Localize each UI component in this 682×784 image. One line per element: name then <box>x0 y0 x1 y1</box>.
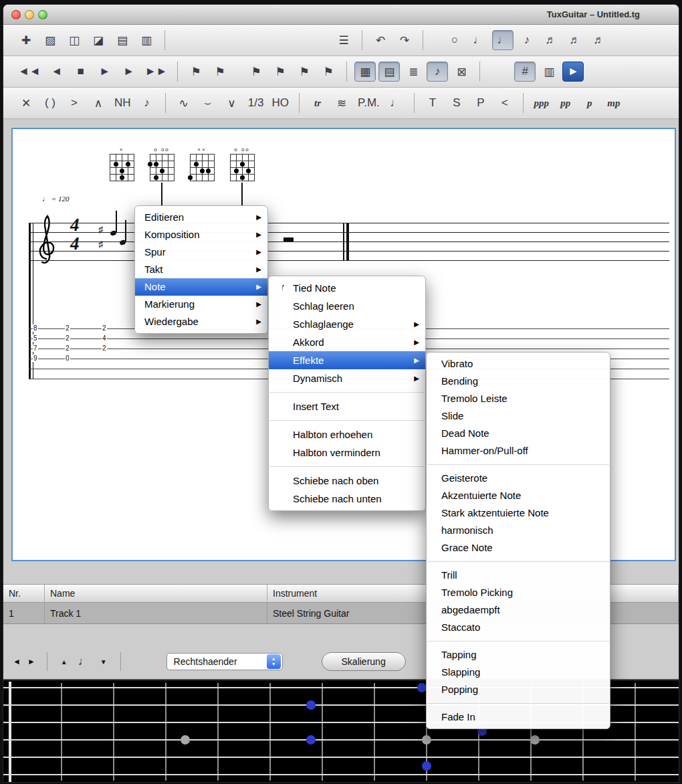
menu-item-bending[interactable]: Bending <box>427 373 610 390</box>
menu-item-abgedaempft[interactable]: abgedaempft <box>427 601 610 619</box>
duration-whole-button[interactable]: ○ <box>444 30 465 50</box>
menu-item-spur[interactable]: Spur▶ <box>135 243 267 261</box>
ghost-note-button[interactable]: ( ) <box>39 93 61 113</box>
menu-item-tremolo-leiste[interactable]: Tremolo Leiste <box>427 390 610 407</box>
menu-item-schlag-leeren[interactable]: Schlag leeren <box>269 297 425 315</box>
note-dot[interactable] <box>306 735 316 745</box>
close-button[interactable] <box>11 10 21 19</box>
guitar-string[interactable] <box>3 774 679 775</box>
dynamic-mp-button[interactable]: mp <box>603 93 624 113</box>
menu-item-halbton-vermindern[interactable]: Halbton vermindern <box>269 444 425 462</box>
score-mode-button[interactable]: ♪ <box>427 62 448 82</box>
redo-button[interactable]: ↷ <box>394 30 415 50</box>
menu-item-akzentuierte-note[interactable]: Akzentuierte Note <box>427 487 610 504</box>
menu-item-schiebe-nach-oben[interactable]: Schiebe nach oben <box>269 472 425 490</box>
save-as-button[interactable]: ◪ <box>88 30 109 50</box>
menu-item-slapping[interactable]: Slapping <box>427 664 610 681</box>
note-dot[interactable] <box>422 761 431 771</box>
grace-note-button[interactable]: ♪ <box>136 93 158 113</box>
menu-item-markierung[interactable]: Markierung▶ <box>135 296 267 313</box>
note-dot[interactable] <box>417 683 427 692</box>
go-next-button[interactable]: ► <box>118 62 140 82</box>
hammer-on-button[interactable]: HO <box>269 93 292 113</box>
menu-item-tremolo-picking[interactable]: Tremolo Picking <box>427 584 610 601</box>
menu-item-dead-note[interactable]: Dead Note <box>427 425 610 442</box>
chord-diagram[interactable]: o oo <box>229 146 255 181</box>
menu-item-slide[interactable]: Slide <box>427 407 610 425</box>
staccato-button[interactable]: ♩ <box>385 93 407 113</box>
marker-previous-button[interactable]: ⚑ <box>269 62 291 82</box>
print-preview-button[interactable]: ▥ <box>136 30 157 50</box>
save-button[interactable]: ◫ <box>64 30 85 50</box>
menu-item-popping[interactable]: Popping <box>427 681 610 698</box>
menu-item-staccato[interactable]: Staccato <box>427 619 610 636</box>
menu-item-takt[interactable]: Takt▶ <box>135 261 267 278</box>
minimize-button[interactable] <box>25 10 34 19</box>
menu-item-editieren[interactable]: Editieren▶ <box>135 209 267 226</box>
player-button[interactable]: ► <box>562 62 584 82</box>
go-last-button[interactable]: ►► <box>142 62 170 82</box>
duration-half-button[interactable]: ♩ <box>468 30 489 50</box>
popping-button[interactable]: P <box>470 93 491 113</box>
natural-harmonic-button[interactable]: NH <box>112 93 134 113</box>
menu-item-stark-aktzentuierte-note[interactable]: Stark aktzentuierte Note <box>427 504 610 522</box>
menu-item-trill[interactable]: Trill <box>427 567 610 584</box>
menu-item-schlaglaenge[interactable]: Schlaglaenge▶ <box>269 315 425 333</box>
dynamic-pp-button[interactable]: pp <box>555 93 576 113</box>
chord-diagram[interactable]: ×× <box>189 146 215 181</box>
title-bar[interactable]: TuxGuitar – Untitled.tg <box>3 5 679 25</box>
multitrack-button[interactable]: ≣ <box>403 62 424 82</box>
menu-item-geisterote[interactable]: Geisterote <box>427 470 610 487</box>
menu-item-insert-text[interactable]: Insert Text <box>269 397 425 415</box>
dynamic-p-button[interactable]: p <box>579 93 600 113</box>
menu-item-effekte[interactable]: Effekte▶ <box>269 351 425 369</box>
menu-item-grace-note[interactable]: Grace Note <box>427 539 610 557</box>
handedness-combo[interactable]: Rechtshaender ▲▼ <box>166 653 283 670</box>
guitar-string[interactable] <box>3 757 679 758</box>
menu-item-note[interactable]: Note▶ <box>135 278 267 296</box>
marker-next-button[interactable]: ⚑ <box>294 62 315 82</box>
accent-button[interactable]: > <box>64 93 85 113</box>
new-file-button[interactable]: ✚ <box>15 30 37 50</box>
triplet-button[interactable]: 1/3 <box>245 93 267 113</box>
menu-item-vibrato[interactable]: Vibrato <box>427 355 610 373</box>
menu-item-hammer-on-pull-off[interactable]: Hammer-on/Pull-off <box>427 442 610 460</box>
menu-item-schiebe-nach-unten[interactable]: Schiebe nach unten <box>269 490 425 508</box>
tremolo-picking-button[interactable]: ≋ <box>331 93 352 113</box>
play-button[interactable]: ► <box>94 62 116 82</box>
duration-eighth-button[interactable]: ♪ <box>516 30 538 50</box>
linear-layout-button[interactable]: ▤ <box>378 62 400 82</box>
menu-item-halbton-erhoehen[interactable]: Halbton erhoehen <box>269 425 425 444</box>
stop-button[interactable]: ■ <box>70 62 92 82</box>
combo-stepper-icon[interactable]: ▲▼ <box>267 654 281 669</box>
scale-button[interactable]: Skalierung <box>322 652 406 671</box>
piano-toggle-button[interactable]: ▥ <box>538 62 560 82</box>
bend-button[interactable]: ⌣ <box>197 93 219 113</box>
open-file-button[interactable]: ▨ <box>39 30 61 50</box>
go-first-button[interactable]: ◄◄ <box>15 62 43 82</box>
remove-marker-button[interactable]: ⚑ <box>209 62 231 82</box>
caret-right-button[interactable]: ► <box>27 657 35 666</box>
menu-item-komposition[interactable]: Komposition▶ <box>135 226 267 243</box>
menu-item-tied-note[interactable]: ♩Tied Note <box>269 279 425 297</box>
chord-diagram[interactable]: × <box>108 146 135 181</box>
undo-button[interactable]: ↶ <box>370 30 391 50</box>
note-dot[interactable] <box>306 700 316 710</box>
palm-mute-button[interactable]: P.M. <box>355 93 382 113</box>
fade-in-button[interactable]: < <box>494 93 516 113</box>
vibrato-button[interactable]: ∿ <box>173 93 195 113</box>
menu-item-dynamisch[interactable]: Dynamisch▶ <box>269 369 425 387</box>
duration-sixteenth-button[interactable]: ♬ <box>540 30 562 50</box>
menu-item-wiedergabe[interactable]: Wiedergabe▶ <box>135 313 267 330</box>
caret-left-button[interactable]: ◄ <box>13 657 21 666</box>
duration-quarter-button[interactable]: ♩ <box>492 30 514 50</box>
marker-first-button[interactable]: ⚑ <box>245 62 267 82</box>
dynamic-ppp-button[interactable]: ppp <box>531 93 552 113</box>
print-button[interactable]: ▤ <box>112 30 133 50</box>
add-marker-button[interactable]: ⚑ <box>185 62 207 82</box>
go-previous-button[interactable]: ◄ <box>46 62 68 82</box>
tremolo-bar-button[interactable]: ∨ <box>221 93 243 113</box>
menu-item-tapping[interactable]: Tapping <box>427 646 610 664</box>
marker-last-button[interactable]: ⚑ <box>318 62 339 82</box>
menu-item-akkord[interactable]: Akkord▶ <box>269 333 425 351</box>
